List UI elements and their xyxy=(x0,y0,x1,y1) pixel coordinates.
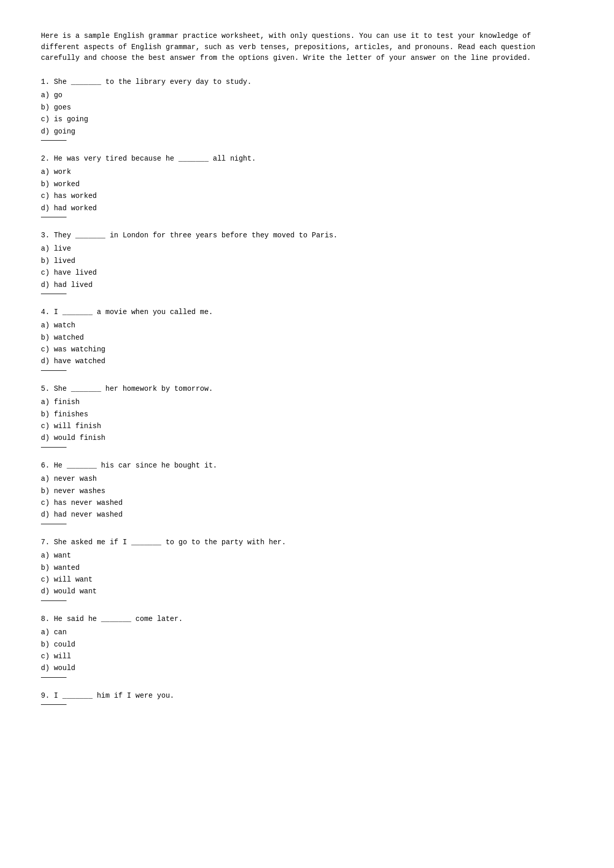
question-block-1: 1. She _______ to the library every day … xyxy=(41,76,573,141)
question-text-5: 5. She _______ her homework by tomorrow. xyxy=(41,383,573,394)
question-block-5: 5. She _______ her homework by tomorrow.… xyxy=(41,383,573,448)
question-6-option-0: a) never wash xyxy=(41,473,573,484)
question-1-option-3: d) going xyxy=(41,126,573,137)
question-4-option-0: a) watch xyxy=(41,320,573,331)
intro-paragraph: Here is a sample English grammar practic… xyxy=(41,31,573,64)
question-block-8: 8. He said he _______ come later.a) canb… xyxy=(41,613,573,678)
answer-line-5 xyxy=(41,447,67,448)
question-8-option-3: d) would xyxy=(41,662,573,674)
question-1-option-0: a) go xyxy=(41,90,573,101)
question-3-option-3: d) had lived xyxy=(41,279,573,291)
question-1-option-1: b) goes xyxy=(41,102,573,113)
question-block-4: 4. I _______ a movie when you called me.… xyxy=(41,306,573,371)
question-text-4: 4. I _______ a movie when you called me. xyxy=(41,306,573,318)
question-text-6: 6. He _______ his car since he bought it… xyxy=(41,460,573,471)
question-2-option-3: d) had worked xyxy=(41,203,573,214)
question-1-option-2: c) is going xyxy=(41,114,573,125)
question-text-9: 9. I _______ him if I were you. xyxy=(41,690,573,701)
question-text-8: 8. He said he _______ come later. xyxy=(41,613,573,625)
question-block-2: 2. He was very tired because he _______ … xyxy=(41,153,573,217)
answer-line-2 xyxy=(41,217,67,217)
question-5-option-3: d) would finish xyxy=(41,432,573,443)
question-4-option-3: d) have watched xyxy=(41,355,573,367)
question-3-option-0: a) live xyxy=(41,243,573,254)
answer-line-1 xyxy=(41,140,67,141)
question-block-9: 9. I _______ him if I were you. xyxy=(41,690,573,705)
question-2-option-2: c) has worked xyxy=(41,190,573,202)
answer-line-9 xyxy=(41,704,67,705)
question-8-option-1: b) could xyxy=(41,639,573,650)
answer-line-7 xyxy=(41,600,67,601)
question-6-option-3: d) had never washed xyxy=(41,509,573,520)
question-6-option-2: c) has never washed xyxy=(41,497,573,508)
question-5-option-1: b) finishes xyxy=(41,409,573,420)
question-7-option-1: b) wanted xyxy=(41,562,573,573)
question-block-7: 7. She asked me if I _______ to go to th… xyxy=(41,537,573,601)
question-text-7: 7. She asked me if I _______ to go to th… xyxy=(41,537,573,548)
answer-line-6 xyxy=(41,524,67,524)
question-text-3: 3. They _______ in London for three year… xyxy=(41,230,573,241)
question-5-option-2: c) will finish xyxy=(41,420,573,432)
answer-line-8 xyxy=(41,677,67,678)
question-4-option-2: c) was watching xyxy=(41,344,573,355)
question-3-option-1: b) lived xyxy=(41,255,573,266)
question-7-option-2: c) will want xyxy=(41,574,573,585)
answer-line-3 xyxy=(41,294,67,294)
question-5-option-0: a) finish xyxy=(41,396,573,408)
question-block-3: 3. They _______ in London for three year… xyxy=(41,230,573,294)
question-4-option-1: b) watched xyxy=(41,332,573,343)
question-8-option-2: c) will xyxy=(41,651,573,662)
question-6-option-1: b) never washes xyxy=(41,485,573,497)
question-3-option-2: c) have lived xyxy=(41,267,573,278)
question-text-1: 1. She _______ to the library every day … xyxy=(41,76,573,87)
question-2-option-1: b) worked xyxy=(41,179,573,190)
question-2-option-0: a) work xyxy=(41,166,573,177)
question-7-option-0: a) want xyxy=(41,550,573,561)
question-8-option-0: a) can xyxy=(41,627,573,638)
question-7-option-3: d) would want xyxy=(41,586,573,597)
question-block-6: 6. He _______ his car since he bought it… xyxy=(41,460,573,524)
question-text-2: 2. He was very tired because he _______ … xyxy=(41,153,573,164)
answer-line-4 xyxy=(41,370,67,371)
